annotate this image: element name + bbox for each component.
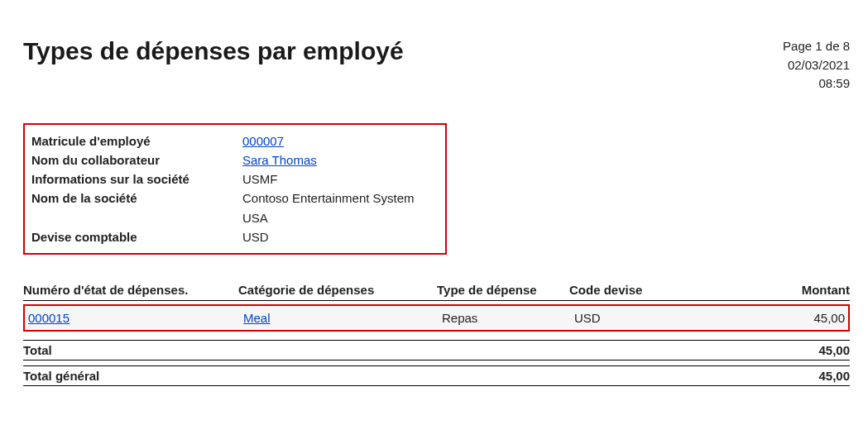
table-header-row: Numéro d'état de dépenses. Catégorie de … xyxy=(23,283,850,301)
currency-label: Devise comptable xyxy=(31,227,242,246)
total-label: Total xyxy=(23,343,52,357)
header-amount: Montant xyxy=(735,283,850,297)
grand-total-row: Total général 45,00 xyxy=(23,365,850,386)
table-row: 000015 Meal Repas USD 45,00 xyxy=(28,311,845,325)
collaborator-link[interactable]: Sara Thomas xyxy=(242,153,317,167)
company-info-label: Informations sur la société xyxy=(31,170,242,189)
header-type: Type de dépense xyxy=(437,283,569,297)
currency-code-value: USD xyxy=(574,311,740,325)
company-name-label: Nom de la société xyxy=(31,189,242,208)
page-meta: Page 1 de 8 02/03/2021 08:59 xyxy=(783,37,850,93)
employee-info-box: Matricule d'employé 000007 Nom du collab… xyxy=(23,123,447,255)
expense-table: Numéro d'état de dépenses. Catégorie de … xyxy=(23,283,850,386)
header-currency: Code devise xyxy=(569,283,735,297)
table-row-highlight: 000015 Meal Repas USD 45,00 xyxy=(23,304,850,332)
report-number-link[interactable]: 000015 xyxy=(28,311,70,325)
header-report: Numéro d'état de dépenses. xyxy=(23,283,238,297)
collaborator-label: Nom du collaborateur xyxy=(31,150,242,170)
employee-id-label: Matricule d'employé xyxy=(31,131,242,150)
grand-total-value: 45,00 xyxy=(818,369,850,383)
report-time: 08:59 xyxy=(783,74,850,93)
page-number: Page 1 de 8 xyxy=(783,37,850,56)
total-row: Total 45,00 xyxy=(23,340,850,361)
expense-type-value: Repas xyxy=(442,311,574,325)
amount-value: 45,00 xyxy=(740,311,845,325)
page-title: Types de dépenses par employé xyxy=(23,37,404,64)
header-category: Catégorie de dépenses xyxy=(238,283,437,297)
report-date: 02/03/2021 xyxy=(783,56,850,75)
grand-total-label: Total général xyxy=(23,369,99,383)
expense-category-link[interactable]: Meal xyxy=(243,311,271,325)
employee-id-link[interactable]: 000007 xyxy=(242,134,284,148)
total-value: 45,00 xyxy=(818,343,850,357)
company-name-value: Contoso Entertainment System USA xyxy=(242,189,437,227)
company-info-value: USMF xyxy=(242,170,278,189)
currency-value: USD xyxy=(242,227,269,246)
